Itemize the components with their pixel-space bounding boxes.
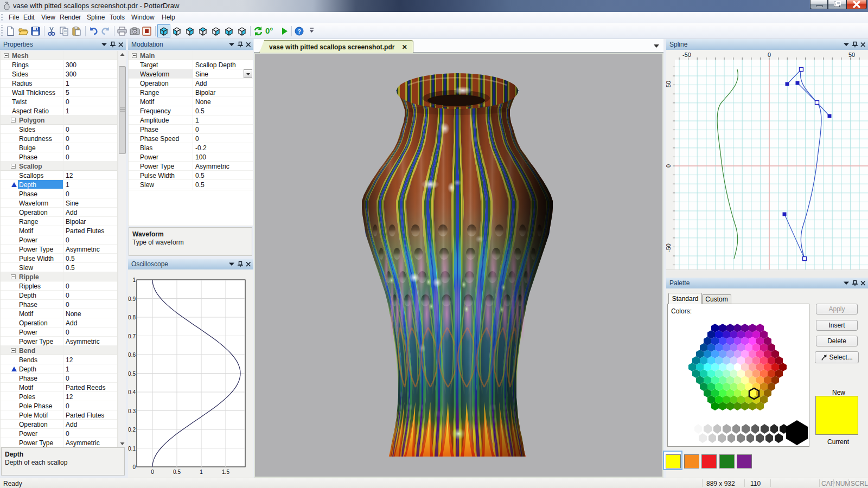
svg-text:?: ?: [297, 28, 301, 35]
svg-text:0.9: 0.9: [128, 296, 136, 302]
svg-text:1.5: 1.5: [222, 469, 229, 475]
svg-text:0: 0: [151, 469, 154, 475]
svg-text:50: 50: [666, 81, 672, 87]
svg-text:0.2: 0.2: [128, 427, 136, 433]
svg-text:-50: -50: [666, 243, 672, 252]
svg-text:-50: -50: [682, 52, 691, 58]
svg-text:0: 0: [132, 464, 136, 470]
svg-text:0.1: 0.1: [128, 446, 136, 452]
svg-text:0: 0: [768, 52, 771, 58]
svg-text:0.4: 0.4: [128, 389, 136, 395]
svg-text:1: 1: [200, 469, 203, 475]
svg-text:0.8: 0.8: [128, 314, 136, 320]
svg-text:0.7: 0.7: [128, 333, 136, 339]
svg-text:0.3: 0.3: [128, 408, 136, 414]
svg-text:50: 50: [848, 52, 855, 58]
svg-text:0.6: 0.6: [128, 352, 136, 358]
svg-text:0.5: 0.5: [173, 469, 181, 475]
svg-text:0.5: 0.5: [128, 371, 136, 377]
svg-text:0: 0: [666, 164, 672, 168]
svg-text:1: 1: [132, 277, 136, 283]
